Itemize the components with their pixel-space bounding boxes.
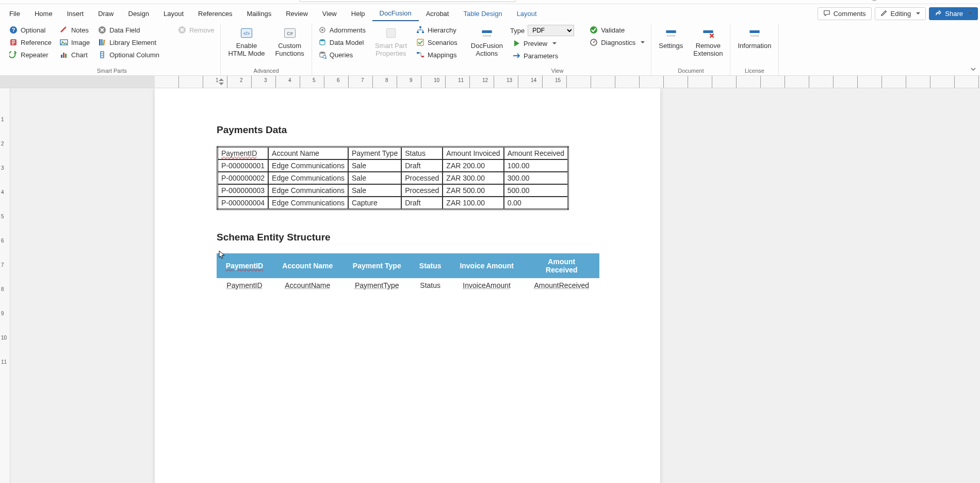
schema-header-cell[interactable]: Invoice Amount <box>450 253 524 278</box>
table-cell[interactable]: ZAR 500.00 <box>443 184 503 197</box>
schema-header-cell[interactable]: PaymentID <box>217 253 272 278</box>
information-button[interactable]: FUSION Information <box>734 25 774 51</box>
tab-review[interactable]: Review <box>279 7 315 21</box>
tab-docfusion[interactable]: DocFusion <box>372 6 419 21</box>
tab-design[interactable]: Design <box>121 7 156 21</box>
table-header-cell[interactable]: PaymentID <box>218 147 269 160</box>
tab-draw[interactable]: Draw <box>91 7 121 21</box>
repeater-button[interactable]: Repeater <box>7 50 54 60</box>
schema-header-row[interactable]: PaymentIDAccount NamePayment TypeStatusI… <box>217 253 599 278</box>
datamodel-button[interactable]: Data Model <box>316 37 368 47</box>
diagnostics-button[interactable]: Diagnostics <box>587 37 647 47</box>
table-cell[interactable]: Edge Communications <box>268 197 348 210</box>
tab-layout-context[interactable]: Layout <box>510 7 544 21</box>
tab-mailings[interactable]: Mailings <box>240 7 279 21</box>
docfusion-actions-button[interactable]: FUSION DocFusion Actions <box>468 25 506 59</box>
schema-cell[interactable]: Status <box>411 278 450 293</box>
table-row[interactable]: P-000000001Edge CommunicationsSaleDraftZ… <box>218 159 568 172</box>
mappings-button[interactable]: Mappings <box>414 50 460 60</box>
datafield-button[interactable]: Data Field <box>96 25 161 35</box>
preview-button[interactable]: Preview <box>510 38 574 49</box>
table-row[interactable]: P-000000004Edge CommunicationsCaptureDra… <box>218 197 568 210</box>
table-cell[interactable]: Sale <box>348 159 401 172</box>
table-cell[interactable]: Edge Communications <box>268 184 348 197</box>
table-header-cell[interactable]: Account Name <box>268 147 348 160</box>
adornments-button[interactable]: Adornments <box>316 25 368 35</box>
table-cell[interactable]: Draft <box>401 197 443 210</box>
schema-cell[interactable]: PaymentType <box>343 278 411 293</box>
table-cell[interactable]: Processed <box>401 184 443 197</box>
custom-functions-button[interactable]: C# Custom Functions <box>272 25 307 59</box>
table-header-cell[interactable]: Payment Type <box>348 147 401 160</box>
tab-home[interactable]: Home <box>27 7 60 21</box>
schema-cell[interactable]: PaymentID <box>217 278 272 293</box>
table-cell[interactable]: 300.00 <box>504 172 568 184</box>
notes-button[interactable]: Notes <box>58 25 92 35</box>
tab-tabledesign[interactable]: Table Design <box>456 7 509 21</box>
schema-header-cell[interactable]: Account Name <box>272 253 343 278</box>
editing-button[interactable]: Editing <box>875 7 926 20</box>
schema-cell[interactable]: AccountName <box>272 278 343 293</box>
parameters-button[interactable]: Parameters <box>510 51 574 61</box>
remove-extension-button[interactable]: Remove Extension <box>690 25 726 59</box>
tab-view[interactable]: View <box>315 7 344 21</box>
table-cell[interactable]: P-000000001 <box>218 159 269 172</box>
tab-insert[interactable]: Insert <box>60 7 91 21</box>
table-cell[interactable]: 500.00 <box>504 184 568 197</box>
table-header-cell[interactable]: Status <box>401 147 443 160</box>
table-cell[interactable]: Sale <box>348 184 401 197</box>
schema-header-cell[interactable]: Status <box>411 253 450 278</box>
tell-me-collapsed[interactable] <box>299 0 516 2</box>
table-cell[interactable]: Sale <box>348 172 401 184</box>
image-button[interactable]: Image <box>58 37 92 47</box>
schema-data-row[interactable]: PaymentIDAccountNamePaymentTypeStatusInv… <box>217 278 599 293</box>
settings-button[interactable]: FUSION Settings <box>656 25 686 51</box>
type-select[interactable]: PDF <box>528 25 574 36</box>
heading-schema[interactable]: Schema Entity Structure <box>217 232 598 243</box>
optionalcolumn-button[interactable]: Optional Column <box>96 50 161 60</box>
schema-cell[interactable]: AmountReceived <box>524 278 599 293</box>
schema-header-cell[interactable]: Payment Type <box>343 253 411 278</box>
table-cell[interactable]: Capture <box>348 197 401 210</box>
tab-layout[interactable]: Layout <box>156 7 191 21</box>
ruler-vertical[interactable]: 1234567891011 <box>0 88 10 483</box>
table-cell[interactable]: ZAR 100.00 <box>443 197 503 210</box>
chart-button[interactable]: Chart <box>58 50 92 60</box>
table-header-cell[interactable]: Amount Invoiced <box>443 147 503 160</box>
queries-button[interactable]: Queries <box>316 50 368 60</box>
document-canvas[interactable]: Payments Data PaymentIDAccount NamePayme… <box>10 88 980 483</box>
table-cell[interactable]: P-000000002 <box>218 172 269 184</box>
tab-help[interactable]: Help <box>344 7 372 21</box>
table-cell[interactable]: ZAR 200.00 <box>443 159 503 172</box>
payments-table[interactable]: PaymentIDAccount NamePayment TypeStatusA… <box>217 146 569 210</box>
schema-cell[interactable]: InvoiceAmount <box>450 278 524 293</box>
table-cell[interactable]: Edge Communications <box>268 159 348 172</box>
table-header-row[interactable]: PaymentIDAccount NamePayment TypeStatusA… <box>218 147 568 160</box>
ribbon-collapse-toggle[interactable] <box>970 66 977 74</box>
tab-file[interactable]: File <box>2 7 27 21</box>
comments-button[interactable]: Comments <box>818 7 872 20</box>
schema-table[interactable]: PaymentIDAccount NamePayment TypeStatusI… <box>217 253 599 293</box>
tab-acrobat[interactable]: Acrobat <box>419 7 456 21</box>
table-cell[interactable]: 100.00 <box>504 159 568 172</box>
table-cell[interactable]: ZAR 300.00 <box>443 172 503 184</box>
user-avatar[interactable] <box>872 0 877 1</box>
table-cell[interactable]: P-000000003 <box>218 184 269 197</box>
heading-payments-data[interactable]: Payments Data <box>217 124 598 136</box>
table-row[interactable]: P-000000002Edge CommunicationsSaleProces… <box>218 172 568 184</box>
table-cell[interactable]: 0.00 <box>504 197 568 210</box>
optional-button[interactable]: ? Optional <box>7 25 54 35</box>
scenarios-button[interactable]: Scenarios <box>414 37 460 47</box>
table-cell[interactable]: Draft <box>401 159 443 172</box>
libraryelement-button[interactable]: Library Element <box>96 37 161 47</box>
validate-button[interactable]: Validate <box>587 25 647 35</box>
hierarchy-button[interactable]: Hierarchy <box>414 25 460 35</box>
table-cell[interactable]: Processed <box>401 172 443 184</box>
share-button[interactable]: Share <box>929 7 978 20</box>
table-cell[interactable]: P-000000004 <box>218 197 269 210</box>
table-row[interactable]: P-000000003Edge CommunicationsSaleProces… <box>218 184 568 197</box>
table-header-cell[interactable]: Amount Received <box>504 147 568 160</box>
page[interactable]: Payments Data PaymentIDAccount NamePayme… <box>155 88 660 483</box>
ruler-horizontal[interactable]: 123456789101112131415 <box>0 76 980 88</box>
enable-html-button[interactable]: </> Enable HTML Mode <box>225 25 268 59</box>
